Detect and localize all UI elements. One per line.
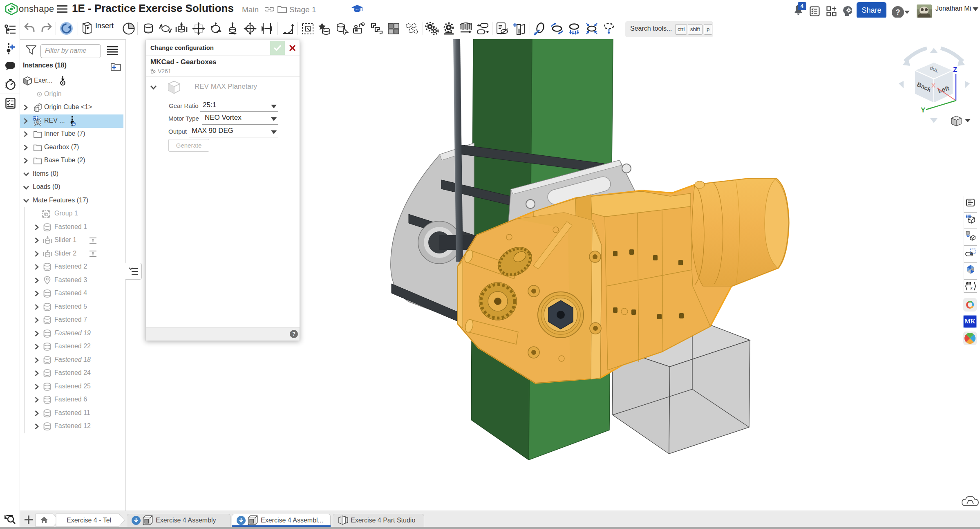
svg-text:X: X xyxy=(931,82,935,89)
svg-text:Z: Z xyxy=(953,66,957,74)
svg-text:Y: Y xyxy=(921,106,926,114)
svg-text:x: x xyxy=(970,285,973,291)
